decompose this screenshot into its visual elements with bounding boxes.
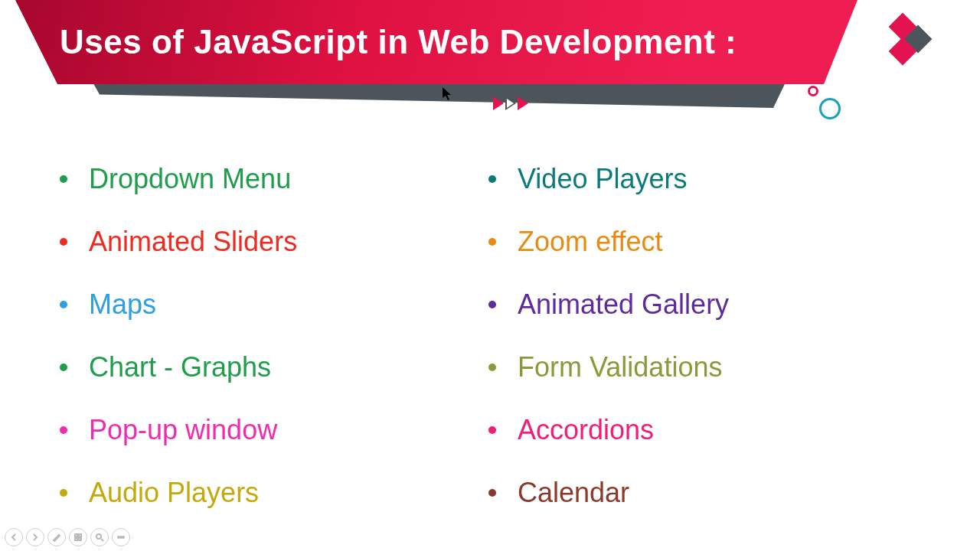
triangle-decor-group	[493, 96, 528, 110]
list-item-label: Animated Gallery	[518, 289, 729, 321]
triangle-outline-icon	[505, 96, 516, 110]
svg-point-6	[120, 536, 122, 538]
svg-rect-1	[79, 534, 81, 536]
list-item: Animated Sliders	[60, 226, 473, 258]
bullet-icon	[60, 238, 67, 246]
list-item: Maps	[60, 289, 473, 321]
list-item: Zoom effect	[488, 226, 902, 258]
circle-small-icon	[808, 86, 818, 96]
pen-tool-button[interactable]	[47, 528, 66, 546]
bullet-icon	[488, 175, 496, 183]
svg-rect-3	[79, 538, 81, 540]
banner-main-shape: Uses of JavaScript in Web Development :	[15, 0, 858, 84]
left-column: Dropdown MenuAnimated SlidersMapsChart -…	[60, 163, 473, 509]
list-item: Chart - Graphs	[60, 351, 473, 383]
svg-rect-2	[75, 538, 77, 540]
bullet-icon	[488, 489, 496, 497]
right-column: Video PlayersZoom effectAnimated Gallery…	[488, 163, 902, 509]
list-item-label: Dropdown Menu	[89, 163, 291, 195]
logo-diamonds	[887, 9, 948, 63]
svg-point-5	[118, 536, 119, 538]
bullet-icon	[60, 175, 67, 183]
list-item-label: Pop-up window	[89, 414, 277, 446]
all-slides-button[interactable]	[69, 528, 87, 546]
slide-title: Uses of JavaScript in Web Development :	[60, 23, 737, 61]
triangle-solid-icon	[493, 96, 504, 110]
list-item-label: Chart - Graphs	[89, 351, 271, 383]
list-item: Pop-up window	[60, 414, 473, 446]
triangle-solid-icon	[518, 96, 528, 110]
list-item: Video Players	[488, 163, 902, 195]
bullet-icon	[60, 489, 67, 497]
list-item-label: Accordions	[518, 414, 654, 446]
circle-big-icon	[819, 98, 841, 119]
list-item: Accordions	[488, 414, 902, 446]
bullet-icon	[60, 426, 67, 434]
next-slide-button[interactable]	[26, 528, 44, 546]
list-item: Calendar	[488, 477, 902, 509]
list-item-label: Calendar	[518, 477, 629, 509]
more-options-button[interactable]	[112, 528, 130, 546]
list-item-label: Form Validations	[518, 351, 722, 383]
bullet-icon	[60, 364, 67, 371]
list-item-label: Video Players	[518, 163, 687, 195]
list-item-label: Audio Players	[89, 477, 259, 509]
list-item-label: Maps	[89, 289, 156, 321]
cursor-icon	[443, 87, 452, 101]
bullet-icon	[488, 238, 496, 246]
prev-slide-button[interactable]	[5, 528, 23, 546]
list-item: Form Validations	[488, 351, 902, 383]
presenter-toolbar	[5, 528, 130, 546]
svg-rect-0	[75, 534, 77, 536]
list-item: Animated Gallery	[488, 289, 902, 321]
bullet-icon	[488, 426, 496, 434]
title-banner: Uses of JavaScript in Web Development :	[0, 0, 980, 119]
bullet-icon	[488, 301, 496, 308]
bullet-icon	[488, 364, 496, 371]
svg-point-7	[122, 536, 124, 538]
list-item: Dropdown Menu	[60, 163, 473, 195]
content-columns: Dropdown MenuAnimated SlidersMapsChart -…	[0, 163, 980, 509]
list-item: Audio Players	[60, 477, 473, 509]
svg-point-4	[96, 534, 101, 539]
list-item-label: Animated Sliders	[89, 226, 297, 258]
bullet-icon	[60, 301, 67, 308]
zoom-button[interactable]	[90, 528, 109, 546]
list-item-label: Zoom effect	[518, 226, 662, 258]
